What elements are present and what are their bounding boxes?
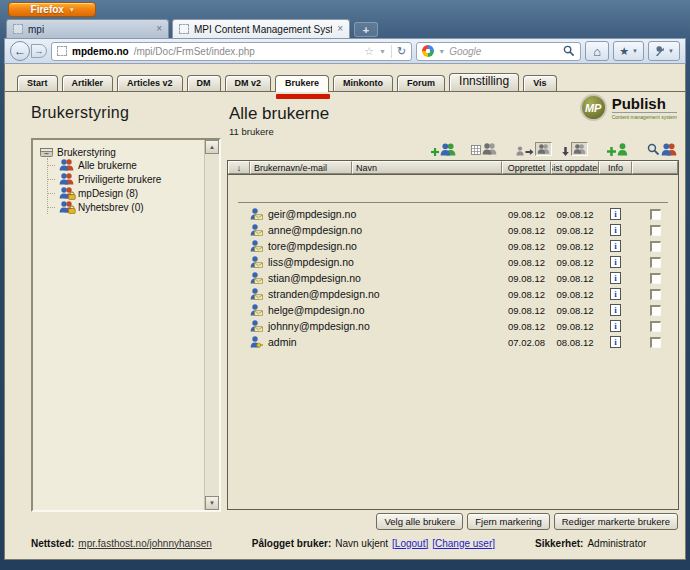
table-row[interactable]: anne@mpdesign.no 09.08.12 09.08.12 i: [228, 222, 678, 238]
tools-button[interactable]: [648, 41, 680, 61]
bookmarks-button[interactable]: [613, 41, 644, 61]
firefox-menu-button[interactable]: Firefox ▾: [8, 2, 96, 17]
tree-item-label: Priviligerte brukere: [78, 174, 161, 185]
tab-artikler[interactable]: Artikler: [62, 75, 114, 91]
sort-column-header[interactable]: ↓: [228, 161, 250, 174]
user-email-link[interactable]: anne@mpdesign.no: [268, 224, 362, 236]
user-table-icon[interactable]: [471, 143, 497, 155]
tree-item-mpdesign[interactable]: mpDesign (8): [48, 186, 202, 200]
user-email-link[interactable]: stian@mpdesign.no: [268, 272, 361, 284]
logged-in-user-value: Navn ukjent: [335, 538, 388, 549]
url-dropdown-icon[interactable]: [379, 48, 386, 55]
row-checkbox[interactable]: [650, 273, 661, 284]
user-email-link[interactable]: tore@mpdesign.no: [268, 240, 357, 252]
user-email-link[interactable]: geir@mpdesign.no: [268, 208, 356, 220]
reload-icon[interactable]: [391, 45, 406, 58]
table-row[interactable]: helge@mpdesign.no 09.08.12 09.08.12 i: [228, 302, 678, 318]
row-checkbox[interactable]: [650, 209, 661, 220]
info-button[interactable]: i: [610, 240, 621, 252]
tab-dm-v2[interactable]: DM v2: [225, 75, 272, 91]
browser-tab-mpi[interactable]: mpi: [6, 19, 169, 38]
column-header-username[interactable]: Brukernavn/e-mail: [250, 161, 352, 174]
site-link[interactable]: mpr.fasthost.no/johnnyhansen: [78, 538, 211, 549]
tab-brukere[interactable]: Brukere: [275, 75, 329, 92]
close-tab-icon[interactable]: [156, 24, 162, 34]
tab-dm[interactable]: DM: [187, 75, 221, 91]
created-date: 09.08.12: [502, 241, 551, 252]
tree-item-priviligerte-brukere[interactable]: Priviligerte brukere: [48, 172, 202, 186]
tab-articles-v2[interactable]: Articles v2: [117, 75, 183, 91]
search-users-icon[interactable]: [647, 143, 677, 156]
clear-selection-button[interactable]: Fjern markering: [467, 513, 550, 530]
close-tab-icon[interactable]: [337, 24, 343, 34]
user-email-link[interactable]: liss@mpdesign.no: [268, 256, 354, 268]
url-bar[interactable]: mpdemo.no /mpi/Doc/FrmSet/index.php: [51, 42, 412, 61]
user-email-link[interactable]: helge@mpdesign.no: [268, 304, 364, 316]
row-checkbox[interactable]: [650, 337, 661, 348]
back-button[interactable]: [10, 41, 30, 61]
assign-user-group-icon[interactable]: [561, 142, 588, 156]
table-row[interactable]: stranden@mpdesign.no 09.08.12 09.08.12 i: [228, 286, 678, 302]
table-row[interactable]: tore@mpdesign.no 09.08.12 09.08.12 i: [228, 238, 678, 254]
search-bar[interactable]: Google: [416, 42, 581, 61]
tab-start[interactable]: Start: [17, 75, 58, 91]
tab-forum[interactable]: Forum: [397, 75, 445, 91]
logout-link[interactable]: [Logout]: [392, 538, 428, 549]
scroll-down-icon[interactable]: [205, 496, 219, 510]
browser-tab-cms[interactable]: MPI Content Management System v2...: [172, 19, 350, 38]
row-checkbox[interactable]: [650, 289, 661, 300]
user-email-link[interactable]: admin: [268, 336, 297, 348]
sidebar-scrollbar[interactable]: [204, 140, 219, 510]
column-header-name[interactable]: Navn: [352, 161, 502, 174]
search-engine-dropdown-icon[interactable]: [438, 48, 445, 55]
tab-innstilling[interactable]: Innstilling: [449, 73, 519, 91]
new-tab-button[interactable]: +: [354, 22, 378, 37]
tree-item-nyhetsbrev[interactable]: Nyhetsbrev (0): [48, 200, 202, 214]
table-row[interactable]: johnny@mpdesign.no 09.08.12 09.08.12 i: [228, 318, 678, 334]
select-all-users-button[interactable]: Velg alle brukere: [376, 513, 463, 530]
info-button[interactable]: i: [610, 272, 621, 284]
row-checkbox[interactable]: [650, 321, 661, 332]
user-email-link[interactable]: stranden@mpdesign.no: [268, 288, 380, 300]
tab-vis[interactable]: Vis: [523, 75, 556, 91]
column-header-blank[interactable]: [632, 161, 678, 174]
table-row[interactable]: geir@mpdesign.no 09.08.12 09.08.12 i: [228, 206, 678, 222]
table-row[interactable]: liss@mpdesign.no 09.08.12 09.08.12 i: [228, 254, 678, 270]
locked-users-icon: [59, 201, 74, 213]
edit-selected-users-button[interactable]: Rediger markerte brukere: [554, 513, 678, 530]
search-icon[interactable]: [563, 45, 575, 57]
move-user-to-group-icon[interactable]: [516, 142, 552, 156]
row-checkbox[interactable]: [650, 225, 661, 236]
tab-minkonto[interactable]: Minkonto: [333, 75, 393, 91]
change-user-link[interactable]: [Change user]: [432, 538, 495, 549]
table-row[interactable]: stian@mpdesign.no 09.08.12 09.08.12 i: [228, 270, 678, 286]
bookmark-star-icon[interactable]: [364, 45, 374, 58]
table-row-admin[interactable]: admin 07.02.08 08.08.12 i: [228, 334, 678, 350]
scroll-up-icon[interactable]: [205, 140, 219, 154]
updated-date: 09.08.12: [551, 209, 599, 220]
info-button[interactable]: i: [610, 208, 621, 220]
info-button[interactable]: i: [610, 256, 621, 268]
info-button[interactable]: i: [610, 320, 621, 332]
tree-root-brukerstyring[interactable]: Brukerstyring: [40, 146, 202, 158]
info-button[interactable]: i: [610, 304, 621, 316]
forward-button[interactable]: [31, 44, 47, 58]
row-checkbox[interactable]: [650, 257, 661, 268]
row-checkbox[interactable]: [650, 305, 661, 316]
column-header-created[interactable]: Opprettet: [502, 161, 551, 174]
column-header-updated[interactable]: Sist oppdatert: [551, 161, 599, 174]
info-button[interactable]: i: [610, 288, 621, 300]
column-header-info[interactable]: Info: [599, 161, 632, 174]
home-button[interactable]: [585, 41, 609, 61]
created-date: 09.08.12: [502, 209, 551, 220]
add-user-group-icon[interactable]: [431, 143, 456, 156]
row-checkbox[interactable]: [650, 241, 661, 252]
user-email-link[interactable]: johnny@mpdesign.no: [268, 320, 370, 332]
tree-item-label: Alle brukerne: [78, 160, 137, 171]
tree-item-alle-brukerne[interactable]: Alle brukerne: [48, 158, 202, 172]
info-button[interactable]: i: [610, 336, 621, 348]
info-button[interactable]: i: [610, 224, 621, 236]
add-user-icon[interactable]: [607, 143, 628, 156]
created-date: 09.08.12: [502, 273, 551, 284]
drawer-icon: [40, 146, 53, 158]
